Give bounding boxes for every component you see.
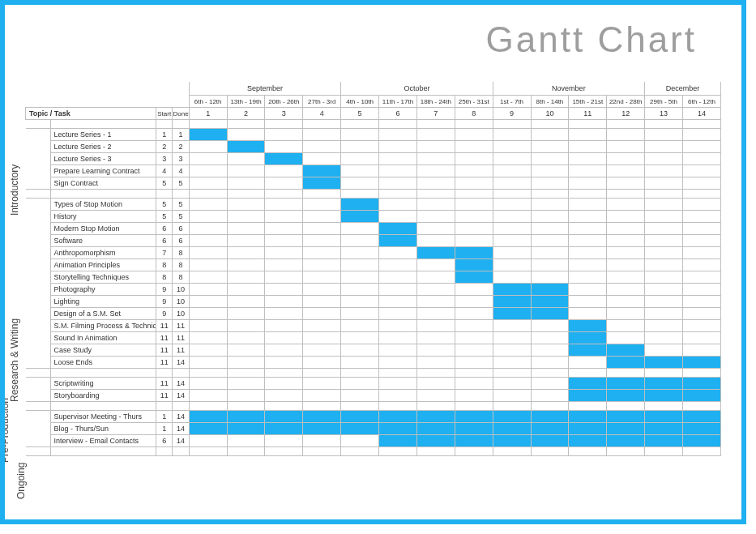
task-row: Photography910 <box>26 284 721 296</box>
gantt-empty-cell <box>569 247 607 259</box>
gantt-empty-cell <box>645 165 683 177</box>
task-start-cell: 9 <box>156 296 172 308</box>
gantt-empty-cell <box>227 129 265 141</box>
gantt-empty-cell <box>416 235 455 247</box>
gantt-empty-cell <box>682 199 720 211</box>
gantt-empty-cell <box>189 141 227 153</box>
week-range-header: 25th - 31st <box>455 96 493 108</box>
gantt-empty-cell <box>607 129 645 141</box>
gantt-empty-cell <box>379 320 417 332</box>
gantt-empty-cell <box>645 141 683 153</box>
gantt-empty-cell <box>303 259 341 271</box>
gantt-bar-cell <box>303 177 341 190</box>
gantt-empty-cell <box>303 435 341 447</box>
task-row: Lecture Series - 111 <box>26 129 721 141</box>
task-row: Storyboarding1114 <box>26 390 721 402</box>
gantt-empty-cell <box>645 153 683 165</box>
gantt-empty-cell <box>493 320 531 332</box>
gantt-bar-cell <box>493 308 531 320</box>
gantt-bar-cell <box>493 435 531 447</box>
gantt-empty-cell <box>341 165 379 177</box>
gantt-empty-cell <box>265 390 303 402</box>
gantt-empty-cell <box>265 378 303 390</box>
gantt-empty-cell <box>303 320 341 332</box>
gantt-empty-cell <box>569 223 607 235</box>
gantt-empty-cell <box>531 235 569 247</box>
gantt-empty-cell <box>607 199 645 211</box>
gantt-empty-cell <box>531 378 569 390</box>
gantt-empty-cell <box>569 177 607 190</box>
week-number-header: 7 <box>416 108 455 120</box>
week-range-header: 29th - 5th <box>645 96 683 108</box>
task-row: Design of a S.M. Set910 <box>26 308 721 320</box>
task-name-cell: Lecture Series - 1 <box>50 129 156 141</box>
gantt-empty-cell <box>682 332 720 344</box>
task-name-cell: Lecture Series - 3 <box>50 153 156 165</box>
task-start-cell: 8 <box>156 271 172 284</box>
gantt-bar-cell <box>341 211 379 223</box>
gantt-empty-cell <box>341 153 379 165</box>
gantt-empty-cell <box>455 165 493 177</box>
gantt-bar-cell <box>493 411 531 423</box>
gantt-bar-cell <box>416 435 455 447</box>
gantt-empty-cell <box>531 165 569 177</box>
gantt-empty-cell <box>227 211 265 223</box>
gantt-empty-cell <box>682 141 720 153</box>
week-number-header: 10 <box>531 108 569 120</box>
task-start-cell: 11 <box>156 320 172 332</box>
task-name-cell: Prepare Learning Contract <box>50 165 156 177</box>
task-done-cell: 5 <box>173 199 189 211</box>
gantt-bar-cell <box>303 411 341 423</box>
gantt-empty-cell <box>493 390 531 402</box>
gantt-empty-cell <box>189 199 227 211</box>
gantt-empty-cell <box>341 129 379 141</box>
gantt-empty-cell <box>379 177 417 190</box>
task-name-cell: Sound In Animation <box>50 332 156 344</box>
gantt-bar-cell <box>569 378 607 390</box>
task-start-cell: 3 <box>156 153 172 165</box>
gantt-empty-cell <box>531 177 569 190</box>
gantt-empty-cell <box>189 259 227 271</box>
task-done-cell: 14 <box>173 390 189 402</box>
task-done-cell: 6 <box>173 235 189 247</box>
gantt-empty-cell <box>455 223 493 235</box>
gantt-empty-cell <box>531 390 569 402</box>
gantt-empty-cell <box>227 390 265 402</box>
gantt-empty-cell <box>607 332 645 344</box>
gantt-bar-cell <box>379 423 417 435</box>
gantt-empty-cell <box>569 199 607 211</box>
week-range-header: 15th - 21st <box>569 96 607 108</box>
week-number-header: 12 <box>607 108 645 120</box>
week-number-header: 6 <box>379 108 417 120</box>
gantt-empty-cell <box>607 308 645 320</box>
task-name-cell: Animation Principles <box>50 259 156 271</box>
gantt-empty-cell <box>265 344 303 357</box>
gantt-empty-cell <box>189 332 227 344</box>
week-number-header: 11 <box>569 108 607 120</box>
week-range-header: 1st - 7th <box>493 96 531 108</box>
gantt-empty-cell <box>531 223 569 235</box>
week-number-header: 14 <box>682 108 720 120</box>
gantt-chart-frame: Gantt Chart Introductory Research & Writ… <box>0 0 746 524</box>
gantt-empty-cell <box>341 390 379 402</box>
task-done-cell: 8 <box>173 271 189 284</box>
gantt-bar-cell <box>682 411 720 423</box>
gantt-empty-cell <box>531 153 569 165</box>
gantt-empty-cell <box>455 308 493 320</box>
gantt-empty-cell <box>189 284 227 296</box>
gantt-empty-cell <box>303 284 341 296</box>
task-start-cell: 6 <box>156 235 172 247</box>
gantt-empty-cell <box>379 332 417 344</box>
task-name-cell: Storyboarding <box>50 390 156 402</box>
gantt-empty-cell <box>645 308 683 320</box>
gantt-empty-cell <box>303 199 341 211</box>
task-name-cell: Types of Stop Motion <box>50 199 156 211</box>
gantt-empty-cell <box>265 357 303 369</box>
gantt-empty-cell <box>227 332 265 344</box>
gantt-bar-cell <box>682 378 720 390</box>
month-header: December <box>645 82 721 96</box>
gantt-empty-cell <box>682 211 720 223</box>
gantt-bar-cell <box>645 423 683 435</box>
gantt-empty-cell <box>189 165 227 177</box>
task-start-cell: 8 <box>156 259 172 271</box>
